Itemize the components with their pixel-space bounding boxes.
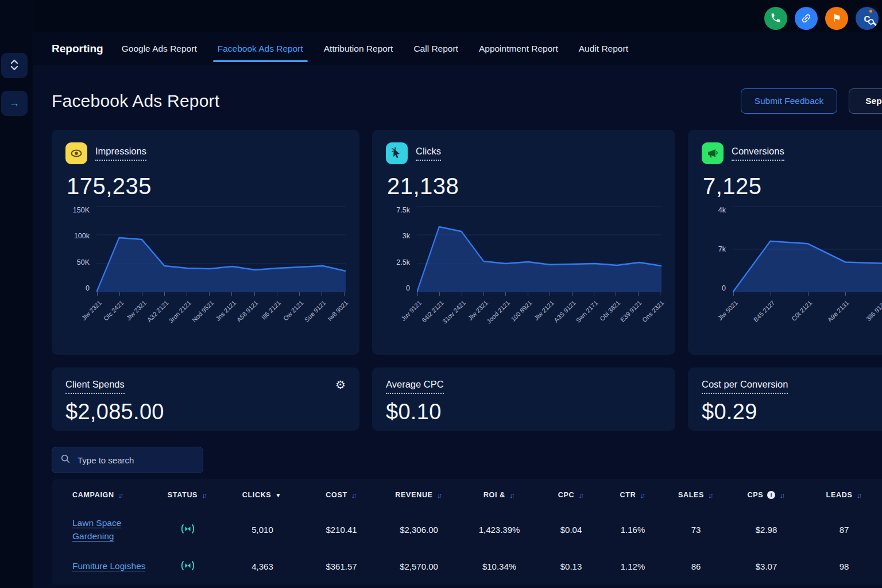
metric-value: 7,125 [703, 173, 882, 199]
campaign-cell: Fumiture Logishes [52, 559, 153, 572]
y-axis: 4k7k0 [702, 206, 733, 292]
conversions-chart: 4k7k0 Jlw 5021B45 2127C0t 2121A9e 21313l… [702, 206, 882, 334]
cps-cell: $3.07 [728, 562, 805, 571]
tab-google-ads-report[interactable]: Google Ads Report [121, 32, 198, 65]
settings-gear-icon[interactable]: ⚙ [335, 379, 346, 390]
column-header-ctr[interactable]: CTR↓↑ [601, 491, 664, 500]
status-cell [153, 524, 222, 536]
partner-button[interactable]: Seprafit [849, 88, 882, 114]
column-header-campaign[interactable]: CAMPAIGN↓↑ [52, 491, 153, 500]
logo-accent-dot [869, 10, 872, 13]
metric-label: Conversions [732, 146, 784, 161]
page-content: Facebook Ads Report Submit Feedback Sepr… [33, 65, 882, 588]
sidebar-collapse-button[interactable] [1, 53, 28, 78]
sales-cell: 86 [664, 562, 728, 571]
sidebar-forward-button[interactable]: → [1, 91, 28, 116]
link-icon [798, 10, 814, 26]
sort-icon: ↓↑ [351, 491, 357, 500]
cpc-cell: $0.13 [541, 562, 601, 571]
sort-icon: ↓↑ [708, 491, 714, 500]
axis-tick: 150K [73, 206, 90, 214]
column-header-revenue[interactable]: REVENUE↓↑ [380, 491, 458, 500]
axis-tick: 0 [86, 284, 90, 292]
axis-tick: 2.5k [396, 258, 410, 266]
card-header: Average CPC [386, 379, 662, 394]
report-tabs: Google Ads ReportFacebook Ads ReportAttr… [121, 32, 629, 65]
column-header-cost[interactable]: COST↓↑ [303, 491, 380, 500]
card-header: Impressions [65, 142, 346, 164]
table-row: Fumiture Logishes 4,363 $361.57 $2,570.0… [52, 548, 882, 585]
sort-icon: ↓↑ [779, 491, 785, 500]
kpi-label: Average CPC [386, 379, 444, 394]
kpi-value: $0.29 [702, 400, 882, 424]
search-input[interactable] [78, 455, 195, 465]
column-header-roi[interactable]: ROI &↓↑ [458, 491, 541, 500]
revenue-cell: $2,570.00 [380, 562, 458, 571]
link-button[interactable] [795, 7, 818, 30]
campaigns-table: CAMPAIGN↓↑STATUS↓↑CLICKS▼COST↓↑REVENUE↓↑… [52, 479, 882, 585]
ca-search-button[interactable]: C [856, 7, 879, 30]
kpi-value: $0.10 [386, 400, 662, 424]
column-header-cpc[interactable]: CPC↓↑ [541, 491, 601, 500]
column-header-status[interactable]: STATUS↓↑ [153, 491, 222, 500]
table-header: CAMPAIGN↓↑STATUS↓↑CLICKS▼COST↓↑REVENUE↓↑… [52, 479, 882, 511]
tab-attribution-report[interactable]: Attribution Report [323, 32, 394, 65]
impressions-chart: 150K100k50K0 Jlw 2321Olc 2421Jlw 2321A32… [65, 206, 346, 334]
cost-cell: $210.41 [303, 525, 380, 535]
column-header-leads[interactable]: LEADS↓↑ [805, 491, 882, 500]
leads-cell: 87 [805, 525, 882, 535]
search-box [52, 447, 203, 473]
tab-facebook-ads-report[interactable]: Facebook Ads Report [216, 32, 304, 65]
tab-call-report[interactable]: Call Report [412, 32, 459, 65]
tab-audit-report[interactable]: Audit Report [578, 32, 629, 65]
x-axis: Jlw 2321Olc 2421Jlw 2321A32 21213ron 212… [96, 297, 346, 334]
plot-area: Jlw 5021B45 2127C0t 2121A9e 21313ll6 912… [733, 206, 882, 334]
ctr-cell: 1.16% [601, 525, 664, 535]
average-cpc-card: Average CPC $0.10 [372, 368, 675, 431]
sort-icon: ↓↑ [509, 491, 515, 500]
header-actions: Submit Feedback Seprafit [741, 88, 882, 114]
column-label: ROI & [483, 491, 505, 499]
leads-cell: 98 [805, 562, 882, 571]
client-spends-card: Client Spends ⚙ $2,085.00 [52, 368, 359, 431]
cps-cell: $2.98 [728, 525, 805, 535]
table-body: Lawn Space Gardening 5,010 $210.41 $2,30… [52, 511, 882, 585]
status-connected-icon [180, 524, 196, 534]
campaign-link[interactable]: Lawn Space Gardening [72, 518, 121, 541]
column-label: LEADS [826, 491, 853, 499]
sort-icon: ↓↑ [437, 491, 443, 500]
column-label: STATUS [168, 491, 198, 499]
screen: → ⚑ C [0, 0, 882, 588]
revenue-cell: $2,306.00 [380, 525, 458, 535]
campaign-link[interactable]: Fumiture Logishes [72, 561, 146, 571]
column-label: REVENUE [395, 491, 432, 499]
submit-feedback-button[interactable]: Submit Feedback [741, 88, 838, 114]
sort-icon: ↓↑ [856, 491, 862, 500]
cost-per-conversion-card: Cost per Conversion $0.29 [688, 368, 882, 431]
title-row: Facebook Ads Report Submit Feedback Sepr… [52, 88, 882, 114]
sort-icon: ↓↑ [118, 491, 124, 500]
column-header-clicks[interactable]: CLICKS▼ [222, 491, 303, 499]
sort-icon: ↓↑ [578, 491, 584, 500]
search-icon [60, 454, 71, 466]
area-chart [733, 206, 882, 292]
column-header-sales[interactable]: SALES↓↑ [664, 491, 728, 500]
nav-tabs-bar: Reporting Google Ads ReportFacebook Ads … [33, 32, 882, 65]
roi-cell: $10.34% [458, 562, 541, 571]
column-label: CTR [620, 491, 636, 499]
column-header-cps[interactable]: CPSi↓↑ [728, 491, 805, 500]
chevrons-up-down-icon [9, 59, 20, 73]
flag-button[interactable]: ⚑ [825, 7, 848, 30]
conversions-card: Conversions 7,125 4k7k0 Jlw 5021B45 2127… [688, 130, 882, 355]
metric-label: Clicks [416, 146, 441, 161]
sort-icon: ↓↑ [640, 491, 645, 500]
megaphone-icon [702, 142, 724, 164]
main-area: ⚑ C Reporting Google Ads ReportFacebook … [33, 0, 882, 588]
eye-icon [65, 142, 87, 164]
roi-cell: 1,423.39% [458, 525, 541, 535]
phone-button[interactable] [764, 7, 787, 30]
axis-tick: 100k [74, 232, 90, 240]
sidebar: → [0, 0, 33, 588]
tab-appointment-report[interactable]: Appointment Report [478, 32, 559, 65]
axis-tick: 50K [77, 258, 90, 266]
